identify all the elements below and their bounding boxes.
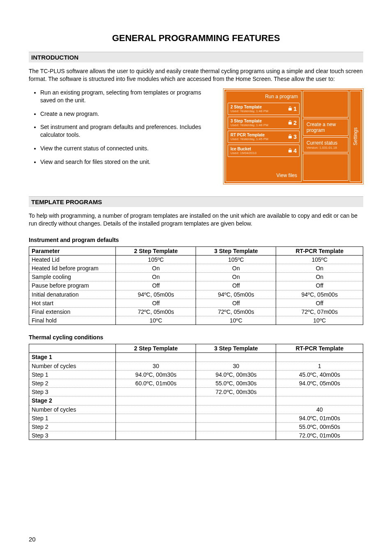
table-cell: 30 bbox=[116, 362, 196, 370]
table-row: Step 194.0ºC, 00m30s94.0ºC, 00m30s45.0ºC… bbox=[29, 370, 363, 379]
table-row: Heated Lid105ºC105ºC105ºC bbox=[29, 255, 363, 264]
table-row-label: Stage 2 bbox=[29, 396, 116, 405]
table-row: Number of cycles40 bbox=[29, 405, 363, 414]
template-number: 4 bbox=[293, 147, 297, 154]
view-files-button[interactable]: View files bbox=[226, 169, 301, 182]
table-cell: 10ºC bbox=[196, 316, 276, 325]
table-cell: Off bbox=[276, 281, 363, 290]
table-row: Step 255.0ºC, 00m50s bbox=[29, 422, 363, 431]
lock-icon bbox=[288, 148, 293, 154]
table-header: 3 Step Template bbox=[196, 344, 276, 353]
table-row-label: Step 2 bbox=[29, 422, 116, 431]
table-row-label: Heated lid before program bbox=[29, 264, 116, 272]
table-row-label: Number of cycles bbox=[29, 405, 116, 414]
table-cell: 105ºC bbox=[276, 255, 363, 264]
table-row: Stage 1 bbox=[29, 353, 363, 362]
template-row[interactable]: RT PCR Template Used: Yesterday, 1:45 PM… bbox=[228, 131, 300, 143]
cycling-subheading: Thermal cycling conditions bbox=[29, 334, 363, 341]
table-cell bbox=[196, 405, 276, 414]
table-cell bbox=[196, 422, 276, 431]
table-header: RT-PCR Template bbox=[276, 246, 363, 255]
table-cell bbox=[116, 405, 196, 414]
table-row-label: Final hold bbox=[29, 316, 116, 325]
table-cell: Off bbox=[276, 299, 363, 307]
table-row: Initial denaturation94ºC, 05m00s94ºC, 05… bbox=[29, 290, 363, 299]
table-cell: 94ºC, 05m00s bbox=[276, 290, 363, 299]
table-row-label: Sample cooling bbox=[29, 273, 116, 281]
table-row-label: Step 3 bbox=[29, 431, 116, 440]
version-label: Version: 1.031-01.18 bbox=[307, 146, 345, 150]
template-row[interactable]: Ice Bucket Used: 19/04/2010 4 bbox=[228, 145, 300, 157]
table-cell: On bbox=[116, 273, 196, 281]
template-used: Used: Yesterday, 1:48 PM bbox=[231, 109, 268, 113]
blank-panel bbox=[303, 154, 348, 181]
template-row[interactable]: 2 Step Template Used: Yesterday, 1:48 PM… bbox=[228, 103, 300, 115]
table-cell: 55.0ºC, 00m30s bbox=[196, 379, 276, 388]
table-cell: On bbox=[196, 264, 276, 272]
table-cell: 72ºC, 05m00s bbox=[196, 307, 276, 316]
table-row-label: Heated Lid bbox=[29, 255, 116, 264]
table-cell: 40 bbox=[276, 405, 363, 414]
table-cell bbox=[196, 431, 276, 440]
table-row-label: Step 1 bbox=[29, 370, 116, 379]
table-cell: 72ºC, 07m00s bbox=[276, 307, 363, 316]
table-header: Parameter bbox=[29, 246, 116, 255]
table-cell bbox=[276, 353, 363, 362]
defaults-subheading: Instrument and program defaults bbox=[29, 237, 363, 243]
table-cell: 94.0ºC, 00m30s bbox=[116, 370, 196, 379]
table-cell bbox=[116, 396, 196, 405]
table-header: RT-PCR Template bbox=[276, 344, 363, 353]
table-cell: Off bbox=[116, 299, 196, 307]
table-row: Final extension72ºC, 05m00s72ºC, 05m00s7… bbox=[29, 307, 363, 316]
create-program-button[interactable]: Create a new program bbox=[303, 119, 348, 136]
run-program-title: Run a program bbox=[226, 91, 301, 102]
table-cell bbox=[116, 422, 196, 431]
table-row: Step 194.0ºC, 01m00s bbox=[29, 414, 363, 422]
template-used: Used: 19/04/2010 bbox=[231, 151, 256, 155]
intro-bullet: View the current status of connected uni… bbox=[40, 145, 215, 152]
lock-icon bbox=[288, 134, 293, 140]
lock-icon bbox=[288, 106, 293, 112]
current-status-button[interactable]: Current status Version: 1.031-01.18 bbox=[303, 137, 348, 152]
intro-bullet: View and search for files stored on the … bbox=[40, 158, 215, 166]
table-row: Pause before programOffOffOff bbox=[29, 281, 363, 290]
settings-tab[interactable]: Settings bbox=[350, 91, 361, 182]
table-cell bbox=[116, 431, 196, 440]
table-row: Step 260.0ºC, 01m00s55.0ºC, 00m30s94.0ºC… bbox=[29, 379, 363, 388]
table-row: Heated lid before programOnOnOn bbox=[29, 264, 363, 272]
table-cell: On bbox=[196, 273, 276, 281]
template-number: 2 bbox=[293, 120, 297, 126]
table-cell: 45.0ºC, 40m00s bbox=[276, 370, 363, 379]
table-cell bbox=[276, 396, 363, 405]
table-cell bbox=[116, 388, 196, 396]
intro-bullet: Run an existing program, selecting from … bbox=[40, 89, 215, 104]
table-cell: 72.0ºC, 01m00s bbox=[276, 431, 363, 440]
template-used: Used: Yesterday, 1:48 PM bbox=[231, 123, 268, 127]
table-cell: 30 bbox=[196, 362, 276, 370]
template-row[interactable]: 3 Step Template Used: Yesterday, 1:48 PM… bbox=[228, 117, 300, 129]
table-cell: 94ºC, 05m00s bbox=[196, 290, 276, 299]
table-row-label: Initial denaturation bbox=[29, 290, 116, 299]
table-row-label: Number of cycles bbox=[29, 362, 116, 370]
table-row-label: Step 2 bbox=[29, 379, 116, 388]
table-header bbox=[29, 344, 116, 353]
table-cell bbox=[196, 414, 276, 422]
table-header: 3 Step Template bbox=[196, 246, 276, 255]
section-heading-introduction: INTRODUCTION bbox=[29, 52, 363, 62]
table-cell bbox=[116, 414, 196, 422]
template-used: Used: Yesterday, 1:45 PM bbox=[231, 137, 268, 141]
section-heading-templates: TEMPLATE PROGRAMS bbox=[29, 196, 363, 207]
table-cell: On bbox=[276, 264, 363, 272]
intro-paragraph: The TC-PLUS software allows the user to … bbox=[29, 67, 363, 83]
template-name: Ice Bucket bbox=[231, 147, 256, 151]
page-title: GENERAL PROGRAMMING FEATURES bbox=[29, 33, 363, 44]
table-cell: 94.0ºC, 00m30s bbox=[196, 370, 276, 379]
table-row-label: Stage 1 bbox=[29, 353, 116, 362]
table-header: 2 Step Template bbox=[116, 344, 196, 353]
table-header: 2 Step Template bbox=[116, 246, 196, 255]
table-row: Sample coolingOnOnOn bbox=[29, 273, 363, 281]
template-name: 2 Step Template bbox=[231, 105, 268, 109]
table-cell: On bbox=[116, 264, 196, 272]
table-cell bbox=[196, 396, 276, 405]
table-cell: Off bbox=[196, 281, 276, 290]
